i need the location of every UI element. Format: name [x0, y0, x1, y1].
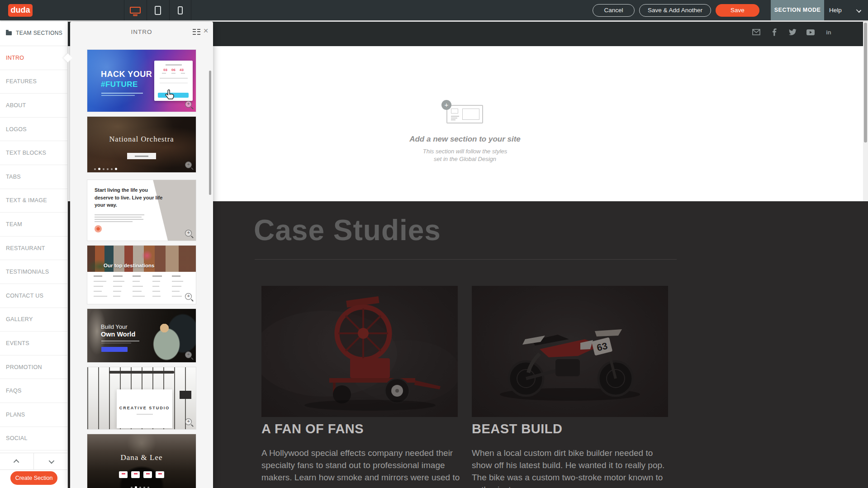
tablet-icon — [155, 6, 161, 15]
app-root: io Listen Gallery Live Contact Portfolio… — [0, 0, 868, 488]
editor-topbar: duda Cancel Save & Add Another Save SECT… — [0, 0, 868, 20]
section-mode-badge: SECTION MODE — [771, 0, 824, 20]
sidebar-item-tabs[interactable]: TABS — [0, 165, 67, 189]
intro-templates-panel: INTRO × HACK YOUR #FUTURE 03 06 43 — [70, 22, 213, 488]
sidebar-item-text-image[interactable]: TEXT & IMAGE — [0, 189, 67, 213]
countdown-value: 06 — [171, 68, 175, 72]
case-study-body-bike: When a local custom dirt bike builder ne… — [472, 447, 674, 488]
thumb-heading: Own World — [101, 331, 135, 338]
sidebar-item-about[interactable]: ABOUT — [0, 94, 67, 118]
panel-title: INTRO — [70, 28, 213, 35]
thumb-heading: #FUTURE — [101, 80, 138, 89]
youtube-icon[interactable] — [806, 28, 815, 36]
desktop-icon — [130, 7, 141, 14]
zoom-preview-icon[interactable] — [185, 161, 192, 168]
tablet-preview-button[interactable] — [147, 0, 169, 20]
sidebar-item-plans[interactable]: PLANS — [0, 403, 67, 427]
thumb-heading: CREATIVE STUDIO — [117, 406, 172, 410]
duda-logo[interactable]: duda — [8, 4, 33, 17]
case-study-image-fan — [261, 286, 458, 417]
sidebar-item-restaurant[interactable]: RESTAURANT — [0, 237, 67, 261]
thumb-heading: National Orchestra — [87, 135, 196, 144]
add-plus-icon: + — [441, 100, 451, 110]
help-chevron-icon[interactable] — [856, 8, 861, 13]
cta-button — [101, 347, 128, 352]
cta-button — [158, 93, 189, 98]
sidebar-item-social[interactable]: SOCIAL — [0, 427, 67, 451]
section-layout-icon — [446, 105, 483, 123]
thumb-heading: HACK YOUR — [101, 70, 152, 79]
sidebar-item-logos[interactable]: LOGOS — [0, 118, 67, 142]
layout-toggle-icon[interactable] — [193, 29, 200, 35]
create-section-button[interactable]: Create Section — [10, 471, 57, 485]
sidebar-item-faqs[interactable]: FAQS — [0, 379, 67, 403]
case-studies-divider — [255, 259, 677, 260]
template-thumb-own-world[interactable]: Build Your Own World — [87, 308, 196, 363]
close-icon[interactable]: × — [201, 25, 210, 36]
case-study-title-bike: BEAST BUILD — [472, 422, 562, 436]
template-thumb-dana-lee[interactable]: Dana & Lee — [87, 434, 196, 488]
panel-scrollbar-thumb[interactable] — [209, 71, 211, 195]
carousel-dots — [94, 168, 117, 170]
mobile-preview-button[interactable] — [169, 0, 191, 20]
folder-icon — [6, 31, 12, 35]
add-section-title: Add a new section to your site — [397, 135, 533, 144]
zoom-preview-icon[interactable] — [185, 351, 192, 358]
case-study-image-bike: 63 — [472, 286, 668, 417]
sidebar-item-events[interactable]: EVENTS — [0, 332, 67, 355]
cta-button — [127, 153, 156, 159]
case-study-title-fan: A FAN OF FANS — [261, 422, 364, 436]
template-thumb-destinations[interactable]: Our top destinations — [87, 245, 196, 304]
thumb-heading: Start living the life you deserve to liv… — [95, 186, 166, 209]
zoom-preview-icon[interactable] — [185, 293, 192, 300]
email-icon[interactable] — [752, 28, 760, 36]
template-thumb-national-orchestra[interactable]: National Orchestra — [87, 116, 196, 173]
chevron-up-icon — [13, 459, 19, 465]
sidebar-item-intro[interactable]: INTRO — [0, 46, 67, 70]
thumb-heading: Dana & Lee — [87, 453, 196, 462]
team-sections-header: TEAM SECTIONS — [0, 20, 67, 46]
chevron-down-icon — [48, 458, 54, 464]
sidebar-item-contact-us[interactable]: CONTACT US — [0, 284, 67, 308]
signup-card: 03 06 43 — [154, 61, 193, 101]
case-study-body-fan: A Hollywood special effects company need… — [261, 447, 464, 483]
linkedin-icon[interactable]: in — [825, 28, 833, 36]
sidebar-item-features[interactable]: FEATURES — [0, 70, 67, 94]
template-thumb-start-living[interactable]: Start living the life you deserve to liv… — [87, 180, 196, 241]
scroll-down-button[interactable] — [33, 453, 67, 469]
template-thumb-hack-your-future[interactable]: HACK YOUR #FUTURE 03 06 43 — [87, 49, 196, 112]
sections-sidebar: TEAM SECTIONS INTRO FEATURES ABOUT LOGOS… — [0, 20, 68, 488]
cancel-button[interactable]: Cancel — [593, 4, 635, 17]
case-studies-heading: Case Studies — [254, 213, 441, 247]
template-thumb-creative-studio[interactable]: CREATIVE STUDIO — [87, 367, 196, 430]
sidebar-item-team[interactable]: TEAM — [0, 213, 67, 237]
scroll-up-button[interactable] — [0, 453, 33, 469]
destinations-table — [94, 275, 191, 301]
studio-card: CREATIVE STUDIO — [117, 389, 172, 428]
countdown-boxes — [87, 471, 196, 478]
sidebar-item-promotion[interactable]: PROMOTION — [0, 355, 67, 379]
thumb-heading: Our top destinations — [104, 263, 154, 268]
zoom-preview-icon[interactable] — [185, 101, 192, 108]
zoom-preview-icon[interactable] — [185, 230, 192, 237]
help-menu[interactable]: Help — [829, 0, 842, 20]
mobile-icon — [178, 6, 183, 14]
countdown-value: 43 — [180, 68, 184, 72]
sidebar-item-text-blocks[interactable]: TEXT BLOCKS — [0, 141, 67, 165]
add-section-subtitle-2: set in the Global Design — [397, 156, 533, 162]
save-button[interactable]: Save — [716, 4, 759, 17]
canvas-scrollbar-track[interactable] — [863, 20, 868, 201]
twitter-icon[interactable] — [788, 28, 797, 36]
add-section-subtitle-1: This section will follow the styles — [397, 148, 533, 155]
sidebar-item-testimonials[interactable]: TESTIMONIALS — [0, 260, 67, 284]
facebook-icon[interactable] — [770, 28, 778, 36]
add-section-placeholder[interactable]: + Add a new section to your site This se… — [397, 95, 533, 167]
canvas-scrollbar-thumb[interactable] — [864, 23, 867, 142]
save-add-another-button[interactable]: Save & Add Another — [639, 4, 711, 17]
carousel-dots — [131, 486, 149, 488]
zoom-preview-icon[interactable] — [185, 418, 192, 425]
desktop-preview-button[interactable] — [124, 0, 146, 20]
thumb-heading: Build Your — [101, 323, 128, 330]
accent-dot-icon — [95, 225, 102, 232]
sidebar-item-gallery[interactable]: GALLERY — [0, 308, 67, 332]
